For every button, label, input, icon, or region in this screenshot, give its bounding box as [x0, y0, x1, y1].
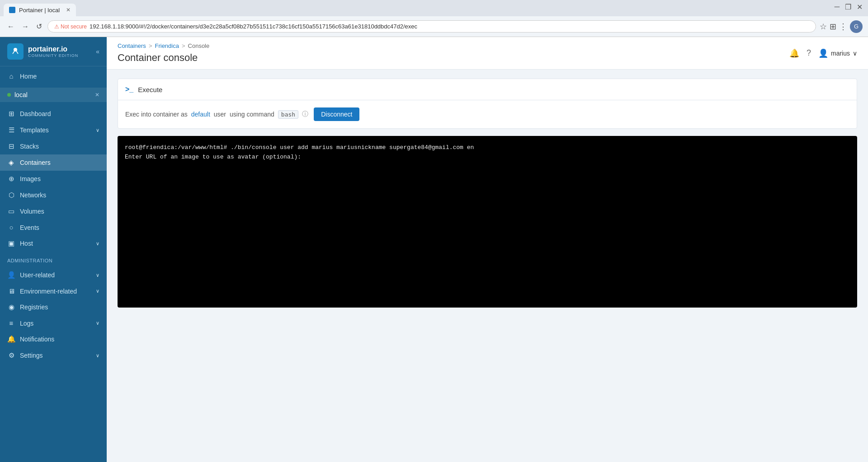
execute-panel: >_ Execute Exec into container as defaul…: [118, 79, 857, 129]
sidebar-collapse-btn[interactable]: «: [96, 48, 99, 55]
sidebar-item-user-related[interactable]: 👤 User-related ∨: [0, 267, 107, 283]
sidebar-logo: portainer.io COMMUNITY EDITION «: [0, 37, 107, 66]
settings-chevron: ∨: [96, 353, 99, 359]
environment-related-icon: 🖥: [7, 287, 15, 295]
browser-actions: ☆ ⊞ ⋮ G: [820, 20, 863, 33]
maximize-btn[interactable]: ❐: [843, 3, 853, 11]
user-avatar-icon: 👤: [818, 48, 828, 58]
sidebar-item-volumes-label: Volumes: [20, 208, 44, 215]
templates-chevron: ∨: [96, 127, 99, 133]
execute-prompt-icon: >_: [125, 85, 133, 93]
sidebar-item-logs[interactable]: ≡ Logs ∨: [0, 315, 107, 331]
sidebar-item-volumes[interactable]: ▭ Volumes: [0, 203, 107, 219]
sidebar-item-environment-related[interactable]: 🖥 Environment-related ∨: [0, 283, 107, 299]
back-button[interactable]: ←: [5, 21, 16, 33]
url-text: 192.168.1.18:9000/#!/2/docker/containers…: [90, 23, 417, 30]
security-indicator: ⚠ Not secure: [54, 23, 87, 30]
env-close-icon[interactable]: ✕: [95, 92, 99, 98]
breadcrumb-friendica[interactable]: Friendica: [155, 42, 179, 49]
sidebar-item-home[interactable]: ⌂ Home: [0, 68, 107, 84]
sidebar-home-section: ⌂ Home: [0, 66, 107, 86]
images-icon: ⊕: [7, 175, 15, 183]
sidebar-item-containers-label: Containers: [20, 159, 51, 166]
logo-text: portainer.io COMMUNITY EDITION: [28, 45, 78, 58]
user-related-chevron: ∨: [96, 272, 99, 278]
forward-button[interactable]: →: [20, 21, 31, 33]
disconnect-button[interactable]: Disconnect: [314, 107, 359, 121]
browser-profile[interactable]: G: [850, 20, 863, 33]
tab-close-btn[interactable]: ✕: [66, 7, 71, 13]
sidebar: portainer.io COMMUNITY EDITION « ⌂ Home …: [0, 37, 107, 462]
notifications-icon: 🔔: [7, 335, 15, 343]
user-related-icon: 👤: [7, 271, 15, 279]
minimize-btn[interactable]: ─: [833, 3, 841, 11]
main-content: Containers > Friendica > Console Contain…: [107, 37, 868, 462]
terminal[interactable]: root@friendica:/var/www/html# ./bin/cons…: [118, 136, 857, 308]
reload-button[interactable]: ↺: [34, 20, 44, 33]
user-menu[interactable]: 👤 marius ∨: [818, 48, 857, 58]
env-status-dot: [7, 93, 11, 97]
sidebar-item-templates[interactable]: ☰ Templates ∨: [0, 122, 107, 138]
edition-label: COMMUNITY EDITION: [28, 53, 78, 58]
address-bar[interactable]: ⚠ Not secure 192.168.1.18:9000/#!/2/dock…: [47, 20, 816, 33]
sidebar-item-settings[interactable]: ⚙ Settings ∨: [0, 347, 107, 364]
sidebar-environment[interactable]: local ✕: [0, 88, 107, 102]
breadcrumb: Containers > Friendica > Console: [118, 42, 209, 49]
sidebar-item-registries[interactable]: ◉ Registries: [0, 299, 107, 315]
page-header-left: Containers > Friendica > Console Contain…: [118, 42, 209, 64]
sidebar-nav-section: ⊞ Dashboard ☰ Templates ∨ ⊟ Stacks ◈ Con…: [0, 104, 107, 253]
brand-name: portainer.io: [28, 45, 78, 53]
sidebar-item-registries-label: Registries: [20, 303, 48, 311]
sidebar-item-networks-label: Networks: [20, 191, 46, 199]
sidebar-item-networks[interactable]: ⬡ Networks: [0, 187, 107, 203]
sidebar-item-images-label: Images: [20, 175, 41, 182]
browser-tab[interactable]: Portainer | local ✕: [4, 4, 76, 16]
dashboard-icon: ⊞: [7, 110, 15, 118]
bookmark-icon[interactable]: ☆: [820, 22, 827, 32]
exec-into-label: Exec into container as: [125, 111, 188, 118]
menu-icon[interactable]: ⋮: [839, 22, 847, 32]
exec-command-badge: bash: [278, 110, 298, 119]
sidebar-item-stacks[interactable]: ⊟ Stacks: [0, 138, 107, 154]
exec-info-icon[interactable]: ⓘ: [302, 110, 308, 118]
tab-favicon: [9, 7, 15, 13]
execute-header: >_ Execute: [118, 79, 857, 100]
sidebar-item-events[interactable]: ○ Events: [0, 219, 107, 235]
help-icon[interactable]: ?: [807, 48, 811, 58]
breadcrumb-sep2: >: [182, 42, 185, 49]
stacks-icon: ⊟: [7, 142, 15, 150]
sidebar-item-settings-label: Settings: [20, 352, 43, 359]
templates-icon: ☰: [7, 126, 15, 134]
sidebar-item-images[interactable]: ⊕ Images: [0, 171, 107, 187]
networks-icon: ⬡: [7, 191, 15, 199]
exec-user-highlight: default: [191, 111, 210, 118]
sidebar-item-notifications[interactable]: 🔔 Notifications: [0, 331, 107, 347]
logo-icon: [7, 43, 24, 60]
sidebar-item-containers[interactable]: ◈ Containers: [0, 154, 107, 171]
execute-title: Execute: [138, 86, 162, 93]
logo-mark: portainer.io COMMUNITY EDITION: [7, 43, 78, 60]
sidebar-item-user-related-label: User-related: [20, 271, 55, 279]
home-icon: ⌂: [7, 72, 15, 80]
content-area: >_ Execute Exec into container as defaul…: [107, 70, 868, 462]
header-actions: 🔔 ? 👤 marius ∨: [789, 48, 857, 58]
env-name: local: [14, 91, 95, 98]
sidebar-item-host[interactable]: ▣ Host ∨: [0, 235, 107, 252]
containers-icon: ◈: [7, 159, 15, 167]
sidebar-item-stacks-label: Stacks: [20, 143, 39, 150]
breadcrumb-containers[interactable]: Containers: [118, 42, 146, 49]
page-header: Containers > Friendica > Console Contain…: [107, 37, 868, 70]
logs-icon: ≡: [7, 319, 15, 327]
sidebar-item-dashboard[interactable]: ⊞ Dashboard: [0, 106, 107, 122]
bell-icon[interactable]: 🔔: [789, 48, 799, 58]
sidebar-item-home-label: Home: [20, 73, 37, 80]
extensions-icon[interactable]: ⊞: [830, 22, 836, 32]
exec-command-label: using command: [230, 111, 274, 118]
sidebar-item-dashboard-label: Dashboard: [20, 110, 51, 117]
username-label: marius: [831, 50, 850, 57]
sidebar-item-logs-label: Logs: [20, 320, 33, 327]
breadcrumb-console: Console: [188, 42, 210, 49]
app-container: portainer.io COMMUNITY EDITION « ⌂ Home …: [0, 37, 868, 462]
sidebar-item-host-label: Host: [20, 240, 33, 247]
close-window-btn[interactable]: ✕: [855, 3, 864, 11]
